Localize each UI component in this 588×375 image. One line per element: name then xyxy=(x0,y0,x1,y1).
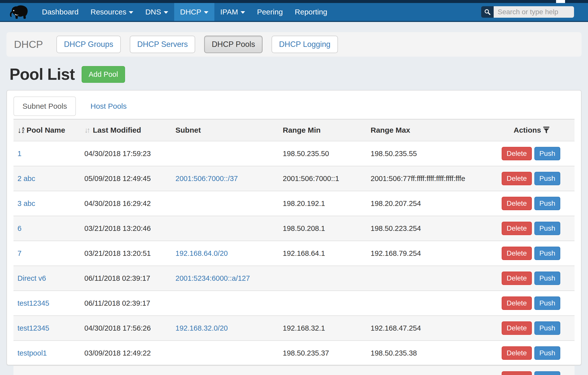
table-row: 3 abc04/30/2018 16:29:42198.20.192.1198.… xyxy=(13,191,575,216)
nav-item-dashboard[interactable]: Dashboard xyxy=(36,3,85,21)
search-input[interactable] xyxy=(494,6,574,18)
nav-label: DNS xyxy=(145,8,161,16)
last-modified-cell: 06/11/2018 02:39:17 xyxy=(84,299,150,307)
delete-button[interactable]: Delete xyxy=(502,172,532,185)
table-row: testpool103/09/2018 12:49:22198.50.235.3… xyxy=(13,341,575,366)
nav-label: Resources xyxy=(91,8,126,16)
subnet-link[interactable]: 2001:5234:6000::a/127 xyxy=(175,274,250,282)
column-range-min[interactable]: Range Min xyxy=(279,119,367,141)
column-pool-name[interactable]: ↓ AZ Pool Name xyxy=(13,119,80,141)
column-label: Range Max xyxy=(371,126,410,134)
range-max-cell: 198.50.235.30 xyxy=(371,374,417,375)
nav-label: IPAM xyxy=(220,8,238,16)
table-row: test1234506/11/2018 02:39:17DeletePush xyxy=(13,291,575,316)
delete-button[interactable]: Delete xyxy=(502,197,532,210)
range-max-cell: 192.168.47.254 xyxy=(371,324,421,332)
pool-list-panel: Subnet Pools Host Pools ↓ AZ Pool N xyxy=(6,90,582,365)
nav-item-dns[interactable]: DNS xyxy=(139,3,174,21)
column-actions: Actions xyxy=(498,119,575,141)
dhcp-logging-button[interactable]: DHCP Logging xyxy=(272,36,338,53)
push-button[interactable]: Push xyxy=(534,346,560,360)
nav-label: Reporting xyxy=(295,8,327,16)
delete-button[interactable]: Delete xyxy=(502,321,532,335)
pool-name-link[interactable]: testpool1 xyxy=(17,349,47,357)
nav-label: Peering xyxy=(257,8,283,16)
nav-menu: Dashboard Resources DNS DHCP IPAM Peerin… xyxy=(36,3,333,21)
main-navbar: Dashboard Resources DNS DHCP IPAM Peerin… xyxy=(0,3,588,22)
delete-button[interactable]: Delete xyxy=(502,296,532,310)
brand-logo[interactable] xyxy=(8,3,29,21)
nav-item-peering[interactable]: Peering xyxy=(251,3,289,21)
table-row: TestPool104/27/2018 12:36:20198.50.235.2… xyxy=(13,366,575,375)
pool-name-link[interactable]: test12345 xyxy=(17,324,49,332)
last-modified-cell: 05/09/2018 12:49:45 xyxy=(84,175,151,183)
push-button[interactable]: Push xyxy=(534,296,560,310)
push-button[interactable]: Push xyxy=(534,371,560,375)
nav-item-reporting[interactable]: Reporting xyxy=(289,3,333,21)
column-label: Range Min xyxy=(283,126,321,134)
column-range-max[interactable]: Range Max xyxy=(367,119,498,141)
column-last-modified[interactable]: ↓↑ Last Modified xyxy=(80,119,171,141)
pool-name-link[interactable]: 7 xyxy=(17,249,21,257)
pool-name-link[interactable]: Direct v6 xyxy=(17,274,46,282)
push-button[interactable]: Push xyxy=(534,197,560,210)
chevron-down-icon xyxy=(129,11,133,14)
sort-alpha-icon[interactable]: ↓ AZ xyxy=(17,126,24,134)
subnet-link[interactable]: 192.168.32.0/20 xyxy=(175,324,228,332)
column-label: Last Modified xyxy=(93,126,141,134)
delete-button[interactable]: Delete xyxy=(502,371,532,375)
delete-button[interactable]: Delete xyxy=(502,272,532,285)
push-button[interactable]: Push xyxy=(534,172,560,185)
filter-icon[interactable] xyxy=(543,127,550,134)
delete-button[interactable]: Delete xyxy=(502,346,532,360)
dhcp-section-bar: DHCP DHCP Groups DHCP Servers DHCP Pools… xyxy=(6,32,582,57)
push-button[interactable]: Push xyxy=(534,147,560,160)
pool-name-link[interactable]: 6 xyxy=(17,224,21,232)
nav-item-ipam[interactable]: IPAM xyxy=(214,3,251,21)
chevron-down-icon xyxy=(204,11,208,14)
range-max-cell: 198.20.207.254 xyxy=(371,199,421,207)
search-bar xyxy=(481,6,574,18)
add-pool-button[interactable]: Add Pool xyxy=(82,66,125,83)
sort-icon[interactable]: ↓↑ xyxy=(84,126,89,134)
pool-name-link[interactable]: test12345 xyxy=(17,299,49,307)
push-button[interactable]: Push xyxy=(534,222,560,235)
pool-table: ↓ AZ Pool Name ↓↑ Last Modified Subnet xyxy=(13,119,575,375)
push-button[interactable]: Push xyxy=(534,247,560,260)
last-modified-cell: 03/21/2018 13:20:51 xyxy=(84,249,151,257)
range-min-cell: 198.50.208.1 xyxy=(283,224,325,232)
subnet-link[interactable]: 192.168.64.0/20 xyxy=(175,249,228,257)
table-row: 703/21/2018 13:20:51192.168.64.0/20192.1… xyxy=(13,241,575,266)
pool-table-body: 104/30/2018 17:59:23198.50.235.50198.50.… xyxy=(13,141,575,375)
arrow-down-icon: ↓ xyxy=(17,126,21,134)
dhcp-pools-button[interactable]: DHCP Pools xyxy=(204,36,262,53)
range-max-cell: 198.50.235.55 xyxy=(371,150,417,158)
search-button[interactable] xyxy=(481,6,494,18)
nav-item-dhcp[interactable]: DHCP xyxy=(174,3,214,21)
column-label: Pool Name xyxy=(26,126,65,134)
table-row: 603/21/2018 13:20:46198.50.208.1198.50.2… xyxy=(13,216,575,241)
range-min-cell: 198.50.235.50 xyxy=(283,150,329,158)
tab-host-pools[interactable]: Host Pools xyxy=(82,96,135,116)
pool-name-link[interactable]: 1 xyxy=(17,150,21,158)
delete-button[interactable]: Delete xyxy=(502,222,532,235)
delete-button[interactable]: Delete xyxy=(502,147,532,160)
pool-name-link[interactable]: 2 abc xyxy=(17,175,35,183)
chevron-down-icon xyxy=(164,11,168,14)
column-label: Actions xyxy=(514,126,541,134)
push-button[interactable]: Push xyxy=(534,321,560,335)
column-subnet[interactable]: Subnet xyxy=(171,119,279,141)
table-row: test1234504/30/2018 17:56:26192.168.32.0… xyxy=(13,316,575,341)
pool-name-link[interactable]: 3 abc xyxy=(17,199,35,207)
subnet-link[interactable]: 2001:506:7000::/37 xyxy=(175,175,238,183)
delete-button[interactable]: Delete xyxy=(502,247,532,260)
tab-subnet-pools[interactable]: Subnet Pools xyxy=(13,96,76,116)
dhcp-groups-button[interactable]: DHCP Groups xyxy=(56,36,121,53)
pool-name-link[interactable]: TestPool1 xyxy=(17,374,49,375)
push-button[interactable]: Push xyxy=(534,272,560,285)
dhcp-servers-button[interactable]: DHCP Servers xyxy=(130,36,195,53)
nav-item-resources[interactable]: Resources xyxy=(85,3,139,21)
search-icon xyxy=(484,9,491,15)
page-header: Pool List Add Pool xyxy=(6,65,582,84)
range-min-cell: 198.50.235.37 xyxy=(283,349,329,357)
